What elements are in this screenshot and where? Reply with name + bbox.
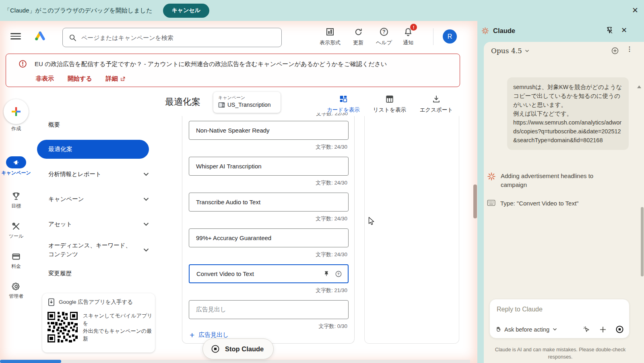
plus-icon: + bbox=[190, 331, 194, 339]
list-view-button[interactable]: リストを表示 bbox=[367, 94, 412, 114]
menu-icon[interactable] bbox=[10, 33, 21, 39]
subnav-audiences[interactable]: オーディエンス、キーワード、コンテンツ bbox=[48, 241, 149, 259]
new-chat-icon[interactable] bbox=[611, 47, 619, 55]
search-input[interactable] bbox=[81, 34, 281, 41]
user-message-bubble: semrushは、対象KWを競合がどのようなコピーで出しているかを知るのに使うの… bbox=[507, 77, 629, 150]
export-button[interactable]: エクスポート bbox=[414, 94, 458, 114]
rail-item-goals[interactable]: 目標 bbox=[0, 191, 32, 209]
headline-input-3[interactable]: Transcribe Audio to Text bbox=[189, 193, 349, 212]
chevron-down-icon bbox=[143, 248, 149, 252]
pin-icon[interactable] bbox=[323, 271, 330, 277]
banner-hide-button[interactable]: 非表示 bbox=[36, 75, 54, 83]
refresh-button[interactable]: 更新 bbox=[344, 27, 373, 46]
campaign-name: US_Transcription bbox=[227, 102, 271, 108]
headline-input-4[interactable]: 99%+ Accuracy Guaranteed bbox=[189, 228, 349, 247]
google-ads-logo-icon bbox=[34, 31, 46, 43]
ai-disclaimer: Claude is AI and can make mistakes. Plea… bbox=[484, 346, 637, 361]
claude-reply-input[interactable]: Reply to Claude bbox=[497, 306, 543, 313]
banner-start-button[interactable]: 開始する bbox=[68, 75, 92, 83]
svg-text:?: ? bbox=[337, 272, 339, 276]
stop-record-icon bbox=[211, 344, 220, 353]
account-avatar[interactable]: R bbox=[443, 29, 457, 44]
credit-card-icon bbox=[0, 251, 32, 262]
megaphone-icon bbox=[6, 156, 26, 168]
appearance-button[interactable]: 表示形式 bbox=[316, 27, 345, 46]
horizontal-scrollbar-track[interactable] bbox=[0, 360, 470, 363]
subnav-assets[interactable]: アセット bbox=[48, 220, 149, 228]
refresh-icon bbox=[344, 27, 373, 37]
help-circle-icon[interactable]: ? bbox=[335, 270, 342, 278]
subnav-insights[interactable]: 分析情報とレポート bbox=[48, 170, 149, 178]
headline-input-5-focused[interactable]: Convert Video to Text ? bbox=[189, 264, 349, 283]
app-card-title: Google 広告アプリを入手する bbox=[59, 299, 133, 306]
claude-panel-title: Claude bbox=[493, 27, 515, 35]
trophy-icon bbox=[0, 191, 32, 201]
claude-step-type: Type: "Convert Video to Text" bbox=[487, 199, 632, 208]
headline-counter-2: 文字数: 24/30 bbox=[189, 179, 347, 186]
cursor-control-icon[interactable] bbox=[583, 326, 590, 333]
headline-input-2[interactable]: Whisper AI Transcription bbox=[189, 157, 349, 176]
hand-icon bbox=[495, 326, 501, 332]
warning-icon bbox=[19, 60, 27, 70]
header-divider bbox=[433, 28, 433, 45]
eu-political-ads-banner: EU の政治広告を配信する予定ですか？ - アカウントに欧州連合の政治広告を含む… bbox=[6, 54, 460, 87]
search-icon bbox=[69, 34, 76, 41]
reply-composer: Reply to Claude Ask before acting bbox=[489, 299, 630, 338]
card-view-button[interactable]: カードを表示 bbox=[321, 94, 365, 114]
headline-counter-1: 文字数: 24/30 bbox=[189, 143, 347, 150]
scroll-up-arrow[interactable] bbox=[637, 85, 641, 88]
close-panel-icon[interactable]: ✕ bbox=[621, 26, 627, 35]
appearance-icon bbox=[316, 27, 345, 37]
add-headline-button[interactable]: + 広告見出し bbox=[190, 331, 229, 339]
banner-details-link[interactable]: 詳細 bbox=[106, 75, 126, 83]
campaign-chip[interactable]: キャンペーン US_Transcription bbox=[213, 92, 281, 113]
headline-input-6-empty[interactable]: 広告見出し bbox=[189, 300, 349, 319]
rail-item-admin[interactable]: 管理者 bbox=[0, 281, 32, 299]
unpin-icon[interactable] bbox=[606, 27, 613, 34]
close-debug-icon[interactable]: ✕ bbox=[632, 6, 638, 14]
claude-chat-card: Opus 4.5 ⋮ semrushは、対象KWを競合がどのようなコピーで出して… bbox=[484, 42, 644, 363]
subnav-change-history[interactable]: 変更履歴 bbox=[48, 270, 149, 277]
campaign-icon bbox=[218, 102, 225, 108]
main-vertical-scrollbar[interactable] bbox=[473, 185, 477, 218]
create-plus-icon bbox=[4, 99, 29, 124]
stop-claude-button[interactable]: Stop Claude bbox=[202, 338, 274, 359]
gear-icon bbox=[0, 281, 32, 292]
chevron-down-icon bbox=[553, 328, 557, 331]
claude-step-headlines: Adding advertisement headlines to campai… bbox=[487, 172, 632, 189]
chevron-down-icon bbox=[525, 50, 529, 52]
headline-counter-3: 文字数: 24/30 bbox=[189, 215, 347, 222]
card-view-icon bbox=[321, 94, 365, 104]
ads-header: 表示形式 更新 ? ヘルプ ! 通知 R bbox=[0, 21, 477, 50]
debug-banner: 「Claude」がこのブラウザのデバッグを開始しました キャンセル ✕ bbox=[0, 0, 644, 21]
headline-counter-5: 文字数: 21/30 bbox=[189, 287, 347, 293]
headline-input-1[interactable]: Non-Native Speaker Ready bbox=[189, 121, 349, 140]
tools-icon bbox=[0, 221, 32, 232]
chevron-down-icon bbox=[143, 197, 149, 201]
attach-plus-icon[interactable] bbox=[599, 326, 607, 333]
notifications-button[interactable]: ! 通知 bbox=[394, 27, 423, 46]
banner-message: EU の政治広告を配信する予定ですか？ - アカウントに欧州連合の政治広告を含む… bbox=[35, 60, 387, 68]
horizontal-scrollbar-thumb[interactable] bbox=[0, 360, 61, 363]
subnav-campaigns[interactable]: キャンペーン bbox=[48, 195, 149, 203]
svg-text:?: ? bbox=[382, 29, 385, 35]
model-selector[interactable]: Opus 4.5 bbox=[491, 47, 529, 55]
claude-panel-header: Claude ✕ bbox=[477, 21, 644, 40]
rail-item-tools[interactable]: ツール bbox=[0, 221, 32, 239]
stop-generating-icon[interactable] bbox=[615, 325, 624, 334]
subnav-recommendations-active[interactable]: 最適化案 bbox=[37, 140, 149, 159]
permission-mode-selector[interactable]: Ask before acting bbox=[495, 326, 557, 333]
kebab-menu-icon[interactable]: ⋮ bbox=[626, 45, 633, 53]
claude-scrollbar[interactable] bbox=[641, 207, 644, 276]
rail-item-create[interactable]: 作成 bbox=[0, 99, 32, 132]
claude-logo-icon bbox=[481, 27, 489, 35]
model-row: Opus 4.5 ⋮ bbox=[484, 42, 644, 60]
rail-item-campaigns[interactable]: キャンペーン bbox=[0, 156, 32, 176]
headlines-card: Non-Native Speaker Ready 文字数: 24/30 Whis… bbox=[182, 116, 355, 344]
headline-counter-6: 文字数: 0/30 bbox=[189, 323, 347, 329]
rail-item-billing[interactable]: 料金 bbox=[0, 251, 32, 270]
subnav-overview[interactable]: 概要 bbox=[48, 121, 149, 129]
cancel-debug-button[interactable]: キャンセル bbox=[163, 4, 210, 18]
adjacent-card bbox=[364, 116, 459, 344]
debug-message: 「Claude」がこのブラウザのデバッグを開始しました bbox=[4, 7, 153, 15]
